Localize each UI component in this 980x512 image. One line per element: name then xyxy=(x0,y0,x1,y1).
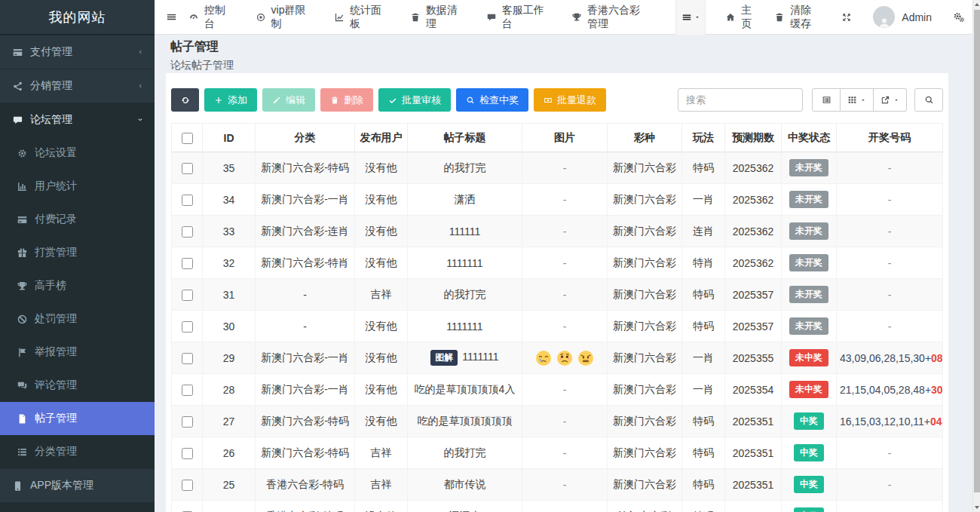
sidebar-item-comment-admin[interactable]: 评论管理 xyxy=(0,369,155,402)
scrollbar-thumb[interactable] xyxy=(974,10,980,492)
status-badge: 未开奖 xyxy=(789,159,828,176)
sidebar-item-forum-settings[interactable]: 论坛设置 xyxy=(0,136,155,170)
sidebar-item-distribution[interactable]: 分销管理 xyxy=(0,69,155,103)
menu-toggle-button[interactable] xyxy=(675,0,706,35)
caret-down-icon xyxy=(860,97,866,103)
export-button[interactable] xyxy=(874,88,907,112)
toggle-view-button[interactable] xyxy=(812,88,841,112)
check-win-button[interactable]: 检查中奖 xyxy=(456,88,528,112)
cell-user: 没有他 xyxy=(355,342,408,374)
row-checkbox[interactable] xyxy=(182,480,193,491)
row-checkbox[interactable] xyxy=(182,163,193,174)
sidebar-item-forum[interactable]: 论坛管理 xyxy=(0,103,155,136)
cell-status: 中奖 xyxy=(782,406,837,437)
add-button[interactable]: 添加 xyxy=(204,88,257,112)
cell-title: 1111111 xyxy=(408,247,522,279)
column-header-period[interactable]: 预测期数 xyxy=(725,124,782,152)
select-all-checkbox[interactable] xyxy=(182,133,193,144)
column-header-play[interactable]: 玩法 xyxy=(682,124,725,152)
sidebar-item-user-stats[interactable]: 用户统计 xyxy=(0,170,155,203)
column-header-lottery[interactable]: 彩种 xyxy=(608,124,682,152)
scroll-down-arrow[interactable] xyxy=(975,506,979,509)
cell-id: 24 xyxy=(203,501,256,512)
cell-numbers: 21,15,04,05,28,48+30 xyxy=(837,374,943,406)
nav-link-label: 数据清理 xyxy=(426,4,461,31)
sidebar-toggle-button[interactable] xyxy=(155,0,188,35)
sidebar-item-payment[interactable]: 支付管理 xyxy=(0,35,155,69)
table-row: 28 新澳门六合彩-一肖 没有他 吃的是草顶顶顶顶4入 - 新澳门六合彩 一肖 … xyxy=(172,374,943,406)
cell-numbers: - xyxy=(837,311,943,342)
sidebar-item-post-admin[interactable]: 帖子管理 xyxy=(0,402,155,435)
cell-numbers: 16,15,03,12,10,11+04 xyxy=(837,406,943,437)
cell-id: 32 xyxy=(203,247,256,279)
row-checkbox[interactable] xyxy=(182,321,193,333)
cell-category: 新澳门六合彩-连肖 xyxy=(256,216,355,247)
sidebar-item-label: APP版本管理 xyxy=(30,479,93,492)
clear-cache-link[interactable]: 清除缓存 xyxy=(774,4,820,31)
row-checkbox[interactable] xyxy=(182,353,193,364)
draw-numbers: 43,09,06,28,15,30+08 xyxy=(840,352,943,364)
nav-link-service-desk[interactable]: 客服工作台 xyxy=(486,4,547,31)
row-checkbox[interactable] xyxy=(182,195,193,206)
column-header-user[interactable]: 发布用户 xyxy=(355,124,408,152)
user-icon xyxy=(877,16,891,28)
nav-link-dashboard[interactable]: 控制台 xyxy=(188,4,231,31)
cell-select xyxy=(172,437,203,469)
batch-audit-button[interactable]: 批量审核 xyxy=(378,88,451,112)
columns-button[interactable] xyxy=(841,88,874,112)
column-header-image[interactable]: 图片 xyxy=(522,124,608,152)
settings-button[interactable] xyxy=(953,11,965,23)
sidebar-item-leaderboard[interactable]: 高手榜 xyxy=(0,269,155,302)
edit-button[interactable]: 编辑 xyxy=(262,88,315,112)
cell-select xyxy=(172,342,203,374)
refresh-button[interactable] xyxy=(171,88,199,112)
row-checkbox[interactable] xyxy=(182,226,193,238)
status-badge: 未开奖 xyxy=(789,317,828,335)
cell-category: 新澳门六合彩-特码 xyxy=(256,406,355,437)
column-header-title[interactable]: 帖子标题 xyxy=(408,124,522,152)
column-header-id[interactable]: ID xyxy=(203,124,256,152)
delete-button[interactable]: 删除 xyxy=(320,88,373,112)
fullscreen-button[interactable] xyxy=(841,12,852,23)
scroll-up-arrow[interactable] xyxy=(975,3,979,6)
row-checkbox[interactable] xyxy=(182,448,193,459)
cell-image: - xyxy=(522,247,608,279)
column-header-category[interactable]: 分类 xyxy=(256,124,355,152)
bars-icon xyxy=(166,11,177,23)
sidebar-item-category-admin[interactable]: 分类管理 xyxy=(0,435,155,468)
sidebar-item-reward[interactable]: 打赏管理 xyxy=(0,236,155,269)
cell-status: 未中奖 xyxy=(782,374,837,406)
cell-user: 没有他 xyxy=(355,152,408,184)
nav-link-data-clean[interactable]: 数据清理 xyxy=(410,4,461,31)
sidebar-item-punishment[interactable]: 处罚管理 xyxy=(0,302,155,336)
nav-link-vip-limit[interactable]: vip群限制 xyxy=(256,4,309,31)
row-checkbox[interactable] xyxy=(182,416,193,428)
home-link[interactable]: 主页 xyxy=(725,4,755,31)
cell-image: - xyxy=(522,501,608,512)
cell-period: 2025355 xyxy=(725,342,782,374)
column-header-status[interactable]: 中奖状态 xyxy=(782,124,837,152)
cell-select xyxy=(172,216,203,247)
cell-lottery: 新澳门六合彩 xyxy=(608,469,682,501)
row-checkbox[interactable] xyxy=(182,258,193,269)
search-input[interactable] xyxy=(678,88,803,112)
cell-select xyxy=(172,247,203,279)
cell-status: 未开奖 xyxy=(782,279,837,311)
search-go-button[interactable] xyxy=(914,88,943,112)
row-checkbox[interactable] xyxy=(182,290,193,301)
cell-period: 2025357 xyxy=(725,279,782,311)
column-header-numbers[interactable]: 开奖号码 xyxy=(837,124,943,152)
row-checkbox[interactable] xyxy=(182,385,193,396)
user-menu[interactable]: Admin xyxy=(873,6,932,28)
cell-category: 新澳门六合彩-一肖 xyxy=(256,374,355,406)
cell-period: 2025362 xyxy=(725,216,782,247)
cell-play: 特码 xyxy=(682,406,725,437)
batch-refund-button[interactable]: 批量退款 xyxy=(534,88,606,112)
sidebar-item-app-version[interactable]: APP版本管理 xyxy=(0,469,155,502)
vertical-scrollbar[interactable] xyxy=(972,0,980,512)
sidebar-item-pay-records[interactable]: 付费记录 xyxy=(0,203,155,236)
nav-link-hk-lottery[interactable]: 香港六合彩管理 xyxy=(571,4,651,31)
sidebar-item-report[interactable]: 举报管理 xyxy=(0,336,155,369)
cell-lottery: 新澳门六合彩 xyxy=(608,152,682,184)
nav-link-stats-panel[interactable]: 统计面板 xyxy=(334,4,385,31)
